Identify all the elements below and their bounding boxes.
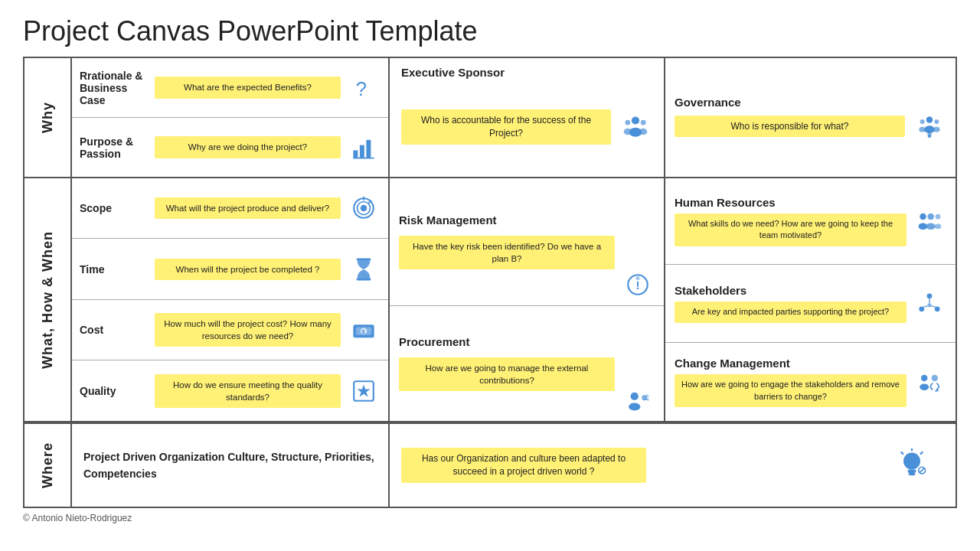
why-label: Why xyxy=(24,58,72,177)
svg-point-43 xyxy=(935,223,942,229)
svg-point-47 xyxy=(927,303,931,307)
team-icon xyxy=(913,208,946,234)
svg-point-39 xyxy=(919,223,928,230)
svg-rect-2 xyxy=(360,145,364,158)
change-mgmt-inner: Change Management How are we going to en… xyxy=(665,343,956,421)
where-left-text: Project Driven Organization Culture, Str… xyxy=(83,448,377,483)
hourglass-icon xyxy=(347,256,381,282)
svg-point-12 xyxy=(924,126,935,133)
risk-procurement-middle: Risk Management Have the key risk been i… xyxy=(390,178,665,421)
where-left: Project Driven Organization Culture, Str… xyxy=(72,424,390,507)
svg-marker-54 xyxy=(935,390,939,392)
what-row: What, How & When Scope What will the pro… xyxy=(24,178,956,422)
svg-text:?: ? xyxy=(356,78,367,99)
svg-point-51 xyxy=(921,375,928,382)
what-left: Scope What will the project produce and … xyxy=(72,178,390,421)
why-content: Rrationale & Business Case What are the … xyxy=(72,58,956,177)
rationale-row: Rrationale & Business Case What are the … xyxy=(72,58,388,118)
governance-full: Governance Who is responsible for what? xyxy=(665,58,956,177)
purpose-row: Purpose & Passion Why are we doing the p… xyxy=(72,118,388,177)
svg-point-35 xyxy=(629,403,640,410)
risk-inner: Risk Management Have the key risk been i… xyxy=(390,178,664,305)
svg-point-55 xyxy=(903,453,920,470)
what-content: Scope What will the project produce and … xyxy=(72,178,956,421)
money-icon: $ xyxy=(347,317,381,343)
risk-title: Risk Management xyxy=(399,214,615,227)
where-right: Has our Organization and culture been ad… xyxy=(390,424,956,507)
svg-line-59 xyxy=(920,452,923,454)
svg-line-49 xyxy=(923,305,927,307)
copyright-text: © Antonio Nieto-Rodriguez xyxy=(23,513,957,523)
why-row: Why Rrationale & Business Case What are … xyxy=(24,58,956,178)
cost-box: How much will the project cost? How many… xyxy=(155,313,341,347)
hr-sub: Human Resources What skills do we need? … xyxy=(665,178,956,265)
exec-box: Who is accountable for the success of th… xyxy=(401,109,611,145)
svg-point-41 xyxy=(926,223,936,230)
stakeholders-box: Are key and impacted parties supporting … xyxy=(675,302,906,322)
chart-icon xyxy=(347,135,381,161)
rationale-label: Rrationale & Business Case xyxy=(80,70,149,106)
why-left: Rrationale & Business Case What are the … xyxy=(72,58,390,177)
time-row: Time When will the project be completed … xyxy=(72,239,388,300)
quality-row: Quality How do we ensure meeting the qua… xyxy=(72,360,388,421)
svg-point-33 xyxy=(635,276,639,279)
canvas-wrapper: Why Rrationale & Business Case What are … xyxy=(23,57,957,508)
who-middle: Executive Sponsor Who is accountable for… xyxy=(390,58,665,177)
change-mgmt-box: How are we going to engage the stakehold… xyxy=(675,374,906,407)
purpose-label: Purpose & Passion xyxy=(80,135,149,160)
svg-point-7 xyxy=(625,120,630,126)
gear-people-icon xyxy=(621,387,655,413)
time-label: Time xyxy=(80,263,149,276)
svg-point-44 xyxy=(927,293,933,298)
target-icon xyxy=(347,195,381,221)
exec-sponsor-label: Executive Sponsor xyxy=(401,66,652,79)
warning-icon: ! xyxy=(621,272,655,298)
svg-point-9 xyxy=(641,120,646,126)
svg-point-40 xyxy=(927,214,934,220)
change-mgmt-sub: Change Management How are we going to en… xyxy=(665,343,956,421)
svg-point-20 xyxy=(361,205,368,212)
svg-point-52 xyxy=(920,384,929,391)
scope-row: Scope What will the project produce and … xyxy=(72,178,388,240)
page-title: Project Canvas PowerPoint Template xyxy=(23,15,957,47)
cost-label: Cost xyxy=(80,324,149,336)
where-box: Has our Organization and culture been ad… xyxy=(401,448,646,483)
risk-sub: Risk Management Have the key risk been i… xyxy=(390,178,664,306)
governance-section: Governance Who is responsible for what? xyxy=(665,58,956,177)
network-icon xyxy=(913,291,946,317)
procurement-title: Procurement xyxy=(399,335,615,348)
cost-row: Cost How much will the project cost? How… xyxy=(72,300,388,361)
svg-point-5 xyxy=(632,116,639,124)
svg-point-46 xyxy=(935,306,940,311)
exec-section: Executive Sponsor Who is accountable for… xyxy=(390,58,664,177)
procurement-inner: Procurement How are we going to manage t… xyxy=(390,306,664,421)
svg-point-53 xyxy=(932,375,939,382)
lightbulb-icon xyxy=(895,448,929,482)
right-section: Human Resources What skills do we need? … xyxy=(665,178,956,421)
svg-point-13 xyxy=(920,119,925,124)
time-box: When will the project be completed ? xyxy=(155,259,341,280)
svg-point-38 xyxy=(920,214,926,220)
stakeholders-title: Stakeholders xyxy=(675,284,906,297)
risk-box: Have the key risk been identified? Do we… xyxy=(399,236,615,269)
question-icon: ? xyxy=(347,75,381,101)
svg-marker-30 xyxy=(358,384,371,396)
svg-point-16 xyxy=(933,127,940,132)
scope-box: What will the project produce and delive… xyxy=(155,197,341,219)
svg-text:!: ! xyxy=(635,278,639,291)
svg-rect-23 xyxy=(357,258,371,260)
svg-point-34 xyxy=(631,393,639,400)
svg-rect-56 xyxy=(908,470,916,473)
rationale-box: What are the expected Benefits? xyxy=(155,77,341,98)
svg-point-45 xyxy=(919,306,924,311)
quality-label: Quality xyxy=(80,385,149,397)
hr-title: Human Resources xyxy=(675,196,906,209)
purpose-box: Why are we doing the project? xyxy=(155,136,341,158)
hr-box: What skills do we need? How are we going… xyxy=(675,214,906,246)
people-icon xyxy=(619,114,652,140)
gear-group-icon xyxy=(913,113,946,139)
quality-box: How do we ensure meeting the quality sta… xyxy=(155,374,341,408)
where-row: Where Project Driven Organization Cultur… xyxy=(24,422,956,507)
what-label: What, How & When xyxy=(24,178,72,421)
scope-label: Scope xyxy=(80,202,149,214)
